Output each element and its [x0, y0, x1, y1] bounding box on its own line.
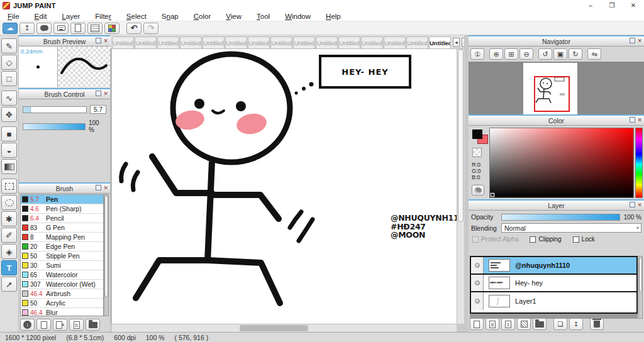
fill-rect-tool[interactable]: ■	[1, 126, 17, 141]
layer-list-scrollbar[interactable]	[638, 256, 643, 319]
document-tab[interactable]: Untitled	[112, 36, 134, 48]
close-button[interactable]: ✕	[623, 0, 644, 11]
popout-icon[interactable]	[96, 185, 101, 190]
add-tone-layer-button[interactable]	[517, 318, 531, 330]
redo-button[interactable]: ↷	[143, 23, 158, 34]
brush-row-mapping-pen[interactable]: 8Mapping Pen	[21, 233, 103, 242]
menu-tool[interactable]: Tool	[249, 13, 277, 20]
brush-download-button[interactable]: ↓	[20, 319, 35, 331]
brush-row-stipple-pen[interactable]: 50Stipple Pen	[21, 251, 103, 261]
select-rect-tool[interactable]	[1, 179, 17, 194]
menu-edit[interactable]: Edit	[27, 13, 55, 20]
comment-list-button[interactable]	[53, 23, 69, 34]
rotate-right-button[interactable]: ↻	[569, 48, 582, 60]
menu-help[interactable]: Help	[318, 13, 348, 20]
foreground-background-swatches[interactable]	[472, 130, 489, 145]
layer-row-layer1[interactable]: ∫ Layer1	[471, 292, 636, 310]
layer-row-heyhey[interactable]: HEY- HEY Hey- hey	[471, 275, 636, 292]
document-tab[interactable]: Untitled	[225, 36, 247, 48]
brush-row-blur[interactable]: 46.4Blur	[21, 308, 103, 316]
document-tab[interactable]: Untitled	[361, 36, 383, 48]
undo-button[interactable]: ↶	[126, 23, 142, 34]
document-tab[interactable]: Untitled	[135, 36, 157, 48]
menu-window[interactable]: Window	[277, 13, 318, 20]
material-palette-button[interactable]	[104, 23, 119, 34]
layer-visibility-toggle[interactable]	[471, 275, 484, 291]
zoom-out-button[interactable]: ⊖	[519, 48, 533, 60]
popout-icon[interactable]	[630, 117, 635, 123]
menu-color[interactable]: Color	[186, 13, 219, 20]
medibang-cloud-button[interactable]: ☁	[3, 23, 18, 34]
popout-icon[interactable]	[96, 91, 101, 96]
text-tool[interactable]: T	[1, 260, 17, 275]
close-icon[interactable]: ✕	[637, 117, 642, 124]
menu-select[interactable]: Select	[119, 13, 154, 20]
bucket-tool[interactable]: ◒	[1, 143, 17, 158]
polyline-tool[interactable]: ∿	[1, 91, 17, 106]
layer-visibility-toggle[interactable]	[471, 292, 484, 310]
canvas-vertical-scrollbar[interactable]	[457, 49, 464, 324]
brush-row-edge-pen[interactable]: 20Edge Pen	[21, 242, 103, 251]
move-tool[interactable]: ✥	[1, 107, 17, 122]
layer-opacity-slider[interactable]	[501, 214, 620, 221]
add-1bit-layer-button[interactable]: 1	[501, 318, 515, 330]
brush-opacity-slider[interactable]	[23, 123, 86, 130]
page-button[interactable]	[70, 23, 86, 34]
add-layer-button[interactable]	[470, 318, 484, 330]
hue-slider[interactable]	[635, 128, 643, 198]
brush-row-gpen[interactable]: 83G Pen	[21, 223, 103, 233]
menu-snap[interactable]: Snap	[154, 13, 186, 20]
brush-row-pencil[interactable]: 6.4Pencil	[21, 214, 103, 223]
transparent-color-swatch[interactable]	[472, 148, 482, 157]
brush-row-watercolor[interactable]: 65Watercolor	[21, 270, 103, 280]
canvas-horizontal-scrollbar[interactable]	[112, 324, 457, 332]
operation-tool[interactable]: ➚	[1, 277, 17, 292]
menu-file[interactable]: File	[0, 13, 27, 20]
add-8bit-layer-button[interactable]: 8	[486, 318, 499, 330]
brush-new-button[interactable]	[36, 319, 51, 331]
document-tab[interactable]: Untitled	[406, 36, 428, 48]
close-icon[interactable]: ✕	[103, 38, 108, 45]
popout-icon[interactable]	[96, 38, 101, 43]
brush-row-airbrush[interactable]: 46.4Airbrush	[21, 289, 103, 299]
zoom-100-button[interactable]: ①	[470, 48, 484, 60]
menu-view[interactable]: View	[218, 13, 249, 20]
brush-folder-button[interactable]	[86, 319, 100, 331]
brush-size-value[interactable]: 5.7	[90, 105, 106, 114]
brush-row-acrylic[interactable]: 50Acrylic	[21, 299, 103, 308]
blending-select[interactable]: Normal▾	[501, 223, 641, 233]
export-button[interactable]: ↥	[19, 23, 35, 34]
brush-script-button[interactable]: S	[69, 319, 84, 331]
document-tab-active[interactable]: Untitled	[429, 36, 451, 48]
select-eraser-tool[interactable]: ◈	[1, 244, 17, 259]
document-tab[interactable]: Untitled	[157, 36, 179, 48]
flip-button[interactable]: ⇋	[587, 48, 601, 60]
restore-button[interactable]: ❐	[601, 0, 623, 11]
menu-filter[interactable]: Filter	[87, 13, 119, 20]
add-folder-button[interactable]	[533, 318, 547, 330]
duplicate-layer-button[interactable]: ❏	[553, 318, 567, 330]
navigator-viewport-box[interactable]	[534, 76, 570, 112]
popout-icon[interactable]	[630, 38, 635, 43]
brush-size-slider[interactable]	[23, 106, 87, 113]
saturation-value-picker[interactable]	[489, 128, 634, 198]
document-tab[interactable]: Untitled	[203, 36, 225, 48]
layer-row-nhuquynh[interactable]: @nhuquynh1110	[471, 257, 636, 275]
close-icon[interactable]: ✕	[103, 185, 108, 192]
merge-layer-button[interactable]: ↧	[569, 318, 583, 330]
document-tab[interactable]: Untitled	[316, 36, 338, 48]
brush-save-button[interactable]: ▾	[53, 319, 67, 331]
document-tab[interactable]: Untitled	[270, 36, 292, 48]
brush-row-watercolor-wet[interactable]: 307Watercolor (Wet)	[21, 280, 103, 289]
fit-screen-button[interactable]: ⊞	[504, 48, 518, 60]
brush-list-scrollbar[interactable]	[104, 194, 109, 316]
close-icon[interactable]: ✕	[637, 202, 642, 209]
select-pen-tool[interactable]: ✐	[1, 228, 17, 243]
minimize-button[interactable]: –	[580, 0, 601, 11]
comment-button[interactable]	[36, 23, 52, 34]
rotate-reset-button[interactable]: ▣	[553, 48, 567, 60]
zoom-in-button[interactable]: ⊕	[489, 48, 503, 60]
brush-row-pen[interactable]: 5.7Pen	[21, 195, 103, 204]
rotate-left-button[interactable]: ↺	[538, 48, 552, 60]
layer-visibility-toggle[interactable]	[471, 257, 484, 273]
